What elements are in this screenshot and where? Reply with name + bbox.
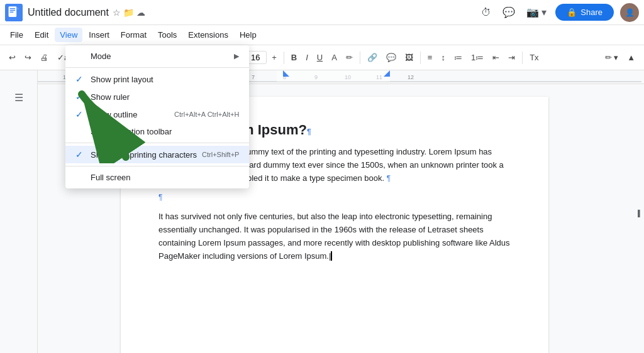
check-ruler: ✓ bbox=[75, 92, 86, 102]
menu-item-mode[interactable]: Mode ▶ bbox=[65, 48, 249, 65]
outline-label: Show outline bbox=[91, 110, 169, 119]
view-dropdown-menu: Mode ▶ ✓ Show print layout ✓ Show ruler … bbox=[65, 45, 249, 188]
menu-item-print-layout[interactable]: ✓ Show print layout bbox=[65, 70, 249, 88]
print-layout-label: Show print layout bbox=[91, 75, 239, 84]
divider-menu-2 bbox=[65, 143, 249, 143]
arrow-icon: ▶ bbox=[234, 52, 239, 60]
outline-shortcut: Ctrl+Alt+A Ctrl+Alt+H bbox=[174, 111, 239, 118]
non-printing-label: Show non-printing characters bbox=[91, 150, 197, 160]
menu-item-ruler[interactable]: ✓ Show ruler bbox=[65, 88, 249, 106]
divider-menu-1 bbox=[65, 67, 249, 68]
equation-label: Show equation toolbar bbox=[91, 127, 239, 136]
fullscreen-label: Full screen bbox=[91, 173, 239, 182]
menu-item-fullscreen[interactable]: Full screen bbox=[65, 169, 249, 186]
ruler-label: Show ruler bbox=[91, 92, 239, 102]
mode-label: Mode bbox=[91, 52, 229, 61]
menu-item-equation[interactable]: Show equation toolbar bbox=[65, 123, 249, 140]
check-non-printing: ✓ bbox=[75, 149, 86, 160]
check-outline: ✓ bbox=[75, 109, 86, 119]
menu-item-non-printing[interactable]: ✓ Show non-printing characters Ctrl+Shif… bbox=[65, 146, 249, 163]
check-print-layout: ✓ bbox=[75, 74, 86, 84]
divider-menu-3 bbox=[65, 166, 249, 166]
menu-item-outline[interactable]: ✓ Show outline Ctrl+Alt+A Ctrl+Alt+H bbox=[65, 106, 249, 123]
non-printing-shortcut: Ctrl+Shift+P bbox=[202, 151, 239, 158]
dropdown-overlay[interactable]: Mode ▶ ✓ Show print layout ✓ Show ruler … bbox=[0, 0, 644, 353]
